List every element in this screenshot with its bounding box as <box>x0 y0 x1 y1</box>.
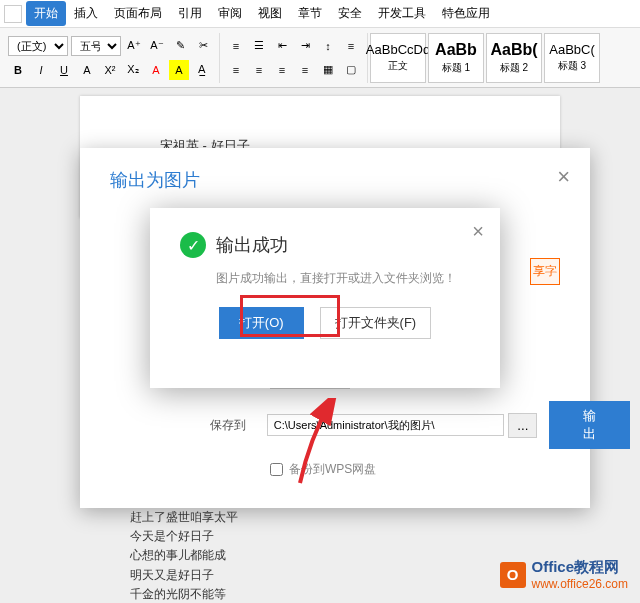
doc-line: 明天又是好日子 <box>130 566 238 585</box>
align-justify-icon[interactable]: ≡ <box>295 60 315 80</box>
menu-layout[interactable]: 页面布局 <box>106 1 170 26</box>
menu-view[interactable]: 视图 <box>250 1 290 26</box>
char-effect-icon[interactable]: A̲ <box>192 60 212 80</box>
style-heading2[interactable]: AaBb( 标题 2 <box>486 33 542 83</box>
superscript-button[interactable]: X² <box>100 60 120 80</box>
style-normal[interactable]: AaBbCcDd 正文 <box>370 33 426 83</box>
document-area: 宋祖英 - 好日子 作词：车行 输出为图片 × 享字 输出方式 逐页输出 合成长… <box>0 88 640 603</box>
watermark: O Office教程网 www.office26.com <box>500 558 629 591</box>
strike-button[interactable]: A <box>77 60 97 80</box>
wm-logo-icon: O <box>500 562 526 588</box>
saveto-input[interactable] <box>267 414 504 436</box>
italic-button[interactable]: I <box>31 60 51 80</box>
wm-url: www.office26.com <box>532 577 629 591</box>
backup-checkbox[interactable] <box>270 463 283 476</box>
orange-badge: 享字 <box>530 258 560 285</box>
browse-button[interactable]: ... <box>508 413 537 438</box>
menu-review[interactable]: 审阅 <box>210 1 250 26</box>
menu-insert[interactable]: 插入 <box>66 1 106 26</box>
font-color-button[interactable]: A <box>146 60 166 80</box>
indent-left-icon[interactable]: ⇤ <box>272 36 292 56</box>
ribbon-toolbar: (正文) 五号 A⁺ A⁻ ✎ ✂ B I U A X² X₂ A A A̲ ≡… <box>0 28 640 88</box>
increase-font-icon[interactable]: A⁺ <box>124 36 144 56</box>
font-family-select[interactable]: (正文) <box>8 36 68 56</box>
line-spacing-icon[interactable]: ≡ <box>341 36 361 56</box>
doc-line: 心想的事儿都能成 <box>130 546 238 565</box>
align-right-icon[interactable]: ≡ <box>272 60 292 80</box>
saveto-label: 保存到 <box>210 417 267 434</box>
dialog-title: 输出为图片 <box>110 168 560 192</box>
align-center-icon[interactable]: ≡ <box>249 60 269 80</box>
subscript-button[interactable]: X₂ <box>123 60 143 80</box>
open-button[interactable]: 打开(O) <box>219 307 304 339</box>
underline-button[interactable]: U <box>54 60 74 80</box>
sort-icon[interactable]: ↕ <box>318 36 338 56</box>
close-icon[interactable]: × <box>557 164 570 190</box>
menu-bar: 开始 插入 页面布局 引用 审阅 视图 章节 安全 开发工具 特色应用 <box>0 0 640 28</box>
success-title: 输出成功 <box>216 233 288 257</box>
indent-right-icon[interactable]: ⇥ <box>295 36 315 56</box>
menu-security[interactable]: 安全 <box>330 1 370 26</box>
menu-special[interactable]: 特色应用 <box>434 1 498 26</box>
format-painter-icon[interactable]: ✂ <box>193 36 213 56</box>
doc-line: 千金的光阴不能等 <box>130 585 238 603</box>
highlight-button[interactable]: A <box>169 60 189 80</box>
wm-title: Office教程网 <box>532 558 620 577</box>
backup-label: 备份到WPS网盘 <box>289 461 376 478</box>
menu-reference[interactable]: 引用 <box>170 1 210 26</box>
font-size-select[interactable]: 五号 <box>71 36 121 56</box>
menu-start[interactable]: 开始 <box>26 1 66 26</box>
app-icon <box>4 5 22 23</box>
style-heading3[interactable]: AaBbC( 标题 3 <box>544 33 600 83</box>
border-icon[interactable]: ▢ <box>341 60 361 80</box>
numbering-icon[interactable]: ☰ <box>249 36 269 56</box>
clear-format-icon[interactable]: ✎ <box>170 36 190 56</box>
menu-chapter[interactable]: 章节 <box>290 1 330 26</box>
style-heading1[interactable]: AaBb 标题 1 <box>428 33 484 83</box>
success-check-icon: ✓ <box>180 232 206 258</box>
open-folder-button[interactable]: 打开文件夹(F) <box>320 307 432 339</box>
shading-icon[interactable]: ▦ <box>318 60 338 80</box>
decrease-font-icon[interactable]: A⁻ <box>147 36 167 56</box>
align-left-icon[interactable]: ≡ <box>226 60 246 80</box>
menu-dev[interactable]: 开发工具 <box>370 1 434 26</box>
success-subtitle: 图片成功输出，直接打开或进入文件夹浏览！ <box>216 270 470 287</box>
bold-button[interactable]: B <box>8 60 28 80</box>
doc-line: 赶上了盛世咱享太平 <box>130 508 238 527</box>
bullets-icon[interactable]: ≡ <box>226 36 246 56</box>
style-gallery: AaBbCcDd 正文 AaBb 标题 1 AaBb( 标题 2 AaBbC( … <box>370 33 600 83</box>
export-success-dialog: × ✓ 输出成功 图片成功输出，直接打开或进入文件夹浏览！ 打开(O) 打开文件… <box>150 208 500 388</box>
doc-line: 今天是个好日子 <box>130 527 238 546</box>
export-button[interactable]: 输出 <box>549 401 630 449</box>
close-icon[interactable]: × <box>472 220 484 243</box>
